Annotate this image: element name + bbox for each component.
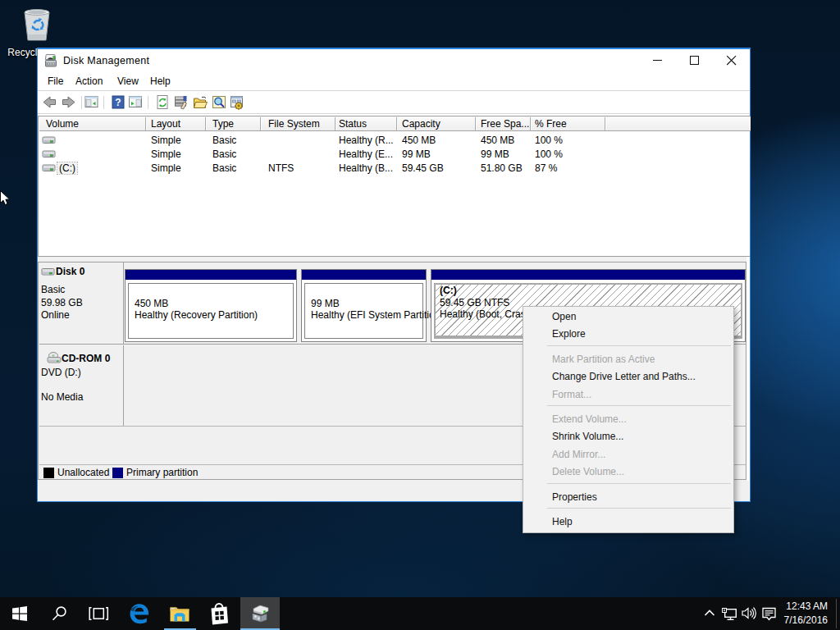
svg-text:?: ? xyxy=(115,97,121,108)
